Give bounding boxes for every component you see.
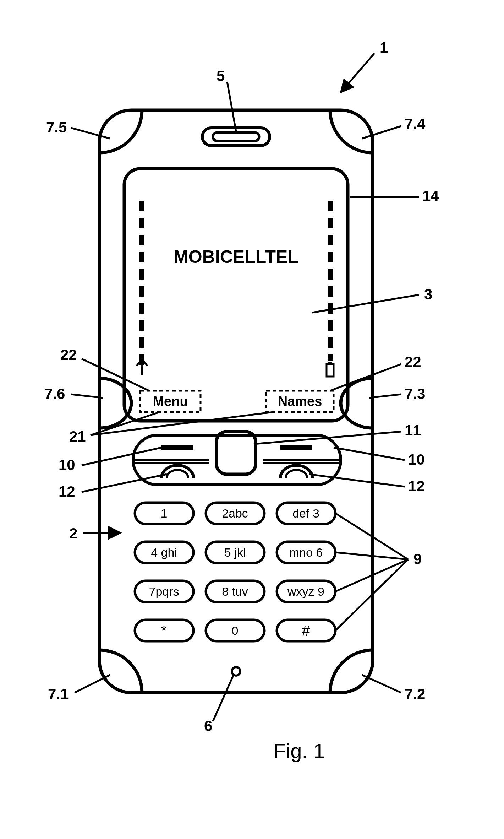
touch-zone-7-6 [99, 378, 131, 428]
call-key-icon [161, 465, 193, 478]
lead-7-5 [71, 128, 110, 139]
touch-zone-7-1 [99, 650, 142, 693]
svg-text:4 ghi: 4 ghi [151, 546, 177, 559]
label-7-1: 7.1 [48, 686, 69, 703]
label-9: 9 [413, 551, 422, 568]
screen-bezel [124, 169, 348, 421]
battery-indicator [327, 201, 334, 377]
label-10b: 10 [408, 451, 425, 468]
softkey-left-label: Menu [153, 394, 188, 409]
phone-body [99, 110, 373, 693]
diagram-svg: MOBICELLTEL Menu Names 1 2abc [0, 0, 504, 839]
svg-rect-5 [327, 364, 334, 377]
svg-rect-6 [328, 362, 332, 364]
svg-text:5 jkl: 5 jkl [224, 546, 246, 559]
lead-11 [254, 432, 401, 444]
label-3: 3 [424, 286, 432, 303]
label-1: 1 [380, 39, 388, 56]
label-7-2: 7.2 [405, 686, 425, 703]
touch-zone-7-5 [99, 110, 142, 153]
svg-text:0: 0 [232, 624, 239, 637]
figure-caption: Fig. 1 [273, 739, 325, 763]
lead-7-2 [362, 675, 401, 693]
label-5: 5 [217, 67, 225, 85]
softkey-right-label: Names [278, 394, 322, 409]
softkey-left-dash [161, 445, 193, 450]
svg-text:8 tuv: 8 tuv [222, 585, 248, 598]
lead-1 [341, 53, 374, 92]
nav-center-key [217, 432, 256, 474]
label-22b: 22 [405, 353, 421, 370]
label-7-5: 7.5 [46, 119, 67, 136]
label-14: 14 [422, 188, 439, 205]
touch-zone-7-4 [330, 110, 373, 153]
svg-rect-1 [213, 132, 259, 141]
lead-22b [330, 364, 401, 391]
label-12b: 12 [408, 478, 425, 495]
label-7-6: 7.6 [44, 385, 65, 402]
label-22a: 22 [60, 346, 77, 363]
lead-10b [334, 448, 405, 460]
label-6: 6 [204, 718, 212, 735]
svg-text:#: # [302, 622, 310, 639]
svg-text:wxyz 9: wxyz 9 [287, 585, 324, 598]
label-21: 21 [69, 428, 86, 445]
svg-text:*: * [161, 622, 167, 639]
diagram-canvas: MOBICELLTEL Menu Names 1 2abc [0, 0, 504, 839]
signal-indicator [137, 201, 147, 375]
keypad: 1 2abc def 3 4 ghi 5 jkl mno 6 7pqrs 8 t… [135, 503, 335, 641]
label-7-3: 7.3 [405, 385, 425, 402]
touch-zone-7-2 [330, 650, 373, 693]
operator-text: MOBICELLTEL [174, 247, 298, 267]
svg-text:2abc: 2abc [222, 507, 248, 520]
label-7-4: 7.4 [405, 115, 425, 132]
end-key-icon [280, 465, 312, 478]
lead-6 [213, 675, 234, 721]
label-12a: 12 [59, 483, 75, 500]
label-11: 11 [405, 422, 421, 439]
label-2: 2 [69, 525, 77, 542]
svg-text:mno 6: mno 6 [289, 546, 323, 559]
softkey-right-dash [280, 445, 312, 450]
lead-12a [82, 474, 167, 492]
label-10a: 10 [59, 456, 75, 473]
svg-text:def 3: def 3 [292, 507, 319, 520]
svg-text:1: 1 [161, 507, 168, 520]
microphone [232, 667, 240, 676]
lead-7-1 [75, 675, 110, 693]
lead-5 [227, 82, 236, 131]
svg-text:7pqrs: 7pqrs [149, 585, 179, 598]
